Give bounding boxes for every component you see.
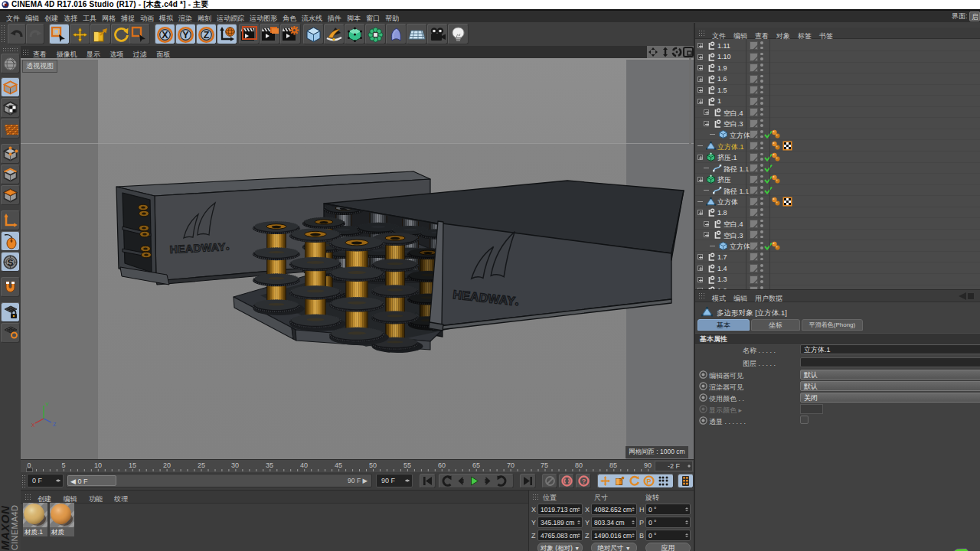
svg-text:?: ? — [581, 478, 586, 485]
svg-text:Z: Z — [204, 30, 210, 41]
svg-text:Y: Y — [45, 402, 49, 407]
svg-text:X: X — [31, 422, 35, 428]
svg-text:Z: Z — [53, 422, 57, 427]
svg-text:P: P — [646, 478, 651, 485]
svg-text:X: X — [162, 30, 168, 41]
svg-text:S: S — [8, 258, 14, 267]
svg-text:Y: Y — [182, 30, 189, 41]
